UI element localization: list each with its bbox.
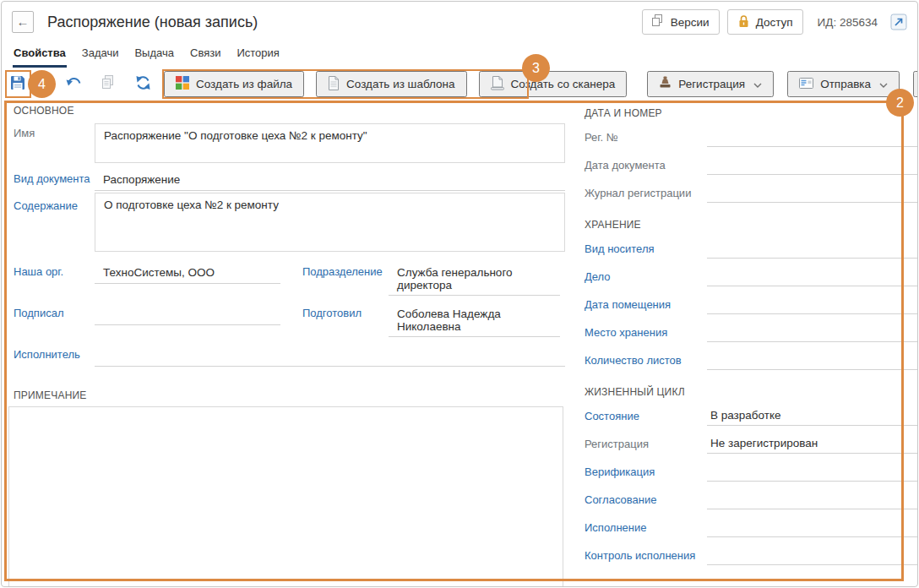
send-letter-icon xyxy=(799,78,813,91)
header: ← Распоряжение (новая запись) Версии Дос… xyxy=(2,2,917,42)
section-title-note: ПРИМЕЧАНИЕ xyxy=(8,389,565,401)
registration-dropdown[interactable]: Регистрация xyxy=(647,71,774,97)
section-title-main: ОСНОВНОЕ xyxy=(8,105,565,117)
field-label-our-org[interactable]: Наша орг. xyxy=(8,264,95,278)
media-type-field[interactable] xyxy=(707,242,918,259)
approval-field[interactable] xyxy=(707,493,918,509)
field-label-doc-date: Дата документа xyxy=(585,159,707,175)
registration-state-field[interactable]: Не зарегистрирован xyxy=(707,437,918,454)
field-label-content[interactable]: Содержание xyxy=(8,193,95,212)
signed-by-field[interactable] xyxy=(95,305,280,325)
field-label-approval[interactable]: Согласование xyxy=(585,493,707,509)
reports-dropdown[interactable]: Отчеты xyxy=(913,71,918,97)
field-label-signed-by[interactable]: Подписал xyxy=(8,305,95,319)
create-from-file-icon xyxy=(176,76,189,92)
save-icon xyxy=(10,75,25,94)
verification-field[interactable] xyxy=(707,465,918,482)
document-icon xyxy=(328,76,340,93)
field-label-state[interactable]: Состояние xyxy=(585,410,707,426)
toolbar: Создать из файла Создать из шаблона Созд… xyxy=(2,68,917,101)
reg-journal-field[interactable] xyxy=(707,186,918,203)
executor-field[interactable] xyxy=(95,346,565,367)
field-label-case-file[interactable]: Дело xyxy=(585,270,707,286)
field-label-verification[interactable]: Верификация xyxy=(585,466,707,482)
field-label-execution[interactable]: Исполнение xyxy=(585,521,707,537)
copy-button[interactable] xyxy=(101,75,115,93)
tab-links[interactable]: Связи xyxy=(189,42,221,68)
access-button[interactable]: Доступ xyxy=(727,9,803,35)
open-in-window-icon[interactable] xyxy=(890,14,907,30)
tab-issuance[interactable]: Выдача xyxy=(133,42,175,68)
versions-icon xyxy=(652,14,665,30)
state-field[interactable]: В разработке xyxy=(707,409,918,426)
doc-date-field[interactable] xyxy=(707,158,918,175)
storage-place-field[interactable] xyxy=(707,325,918,342)
field-label-doc-type[interactable]: Вид документа xyxy=(8,171,95,185)
field-label-media-type[interactable]: Вид носителя xyxy=(585,242,707,259)
field-label-executor[interactable]: Исполнитель xyxy=(8,346,95,361)
tab-properties[interactable]: Свойства xyxy=(13,42,67,68)
field-label-storage-place[interactable]: Место хранения xyxy=(585,326,707,342)
scanner-icon xyxy=(491,76,504,93)
record-id: ИД: 285634 xyxy=(818,16,878,29)
sheet-count-field[interactable] xyxy=(707,353,918,370)
lock-icon xyxy=(737,14,750,30)
stamp-icon xyxy=(659,76,672,92)
back-button[interactable]: ← xyxy=(12,11,34,33)
field-label-reg-number: Рег. № xyxy=(585,131,707,147)
field-label-reg-journal: Журнал регистрации xyxy=(585,187,707,203)
app-window: ← Распоряжение (новая запись) Версии Дос… xyxy=(1,1,918,587)
placement-date-field[interactable] xyxy=(707,297,918,314)
save-button[interactable] xyxy=(10,75,25,94)
reg-number-field[interactable] xyxy=(707,130,918,147)
page-title: Распоряжение (новая запись) xyxy=(47,14,258,31)
department-field[interactable]: Служба генерального директора xyxy=(389,264,560,296)
tab-bar: Свойства Задачи Выдача Связи История xyxy=(2,42,917,68)
case-file-field[interactable] xyxy=(707,270,918,286)
content-input[interactable]: О подготовке цеха №2 к ремонту xyxy=(95,193,565,252)
annotation-badge-3: 3 xyxy=(522,54,550,82)
field-label-name: Имя xyxy=(8,123,95,139)
undo-icon xyxy=(66,76,83,93)
create-from-scanner-button[interactable]: Создать со сканера xyxy=(479,71,628,97)
undo-button[interactable] xyxy=(66,76,83,93)
doc-type-field[interactable]: Распоряжение xyxy=(95,171,565,191)
create-from-file-button[interactable]: Создать из файла xyxy=(164,71,304,97)
field-label-sheet-count[interactable]: Количество листов xyxy=(585,354,707,370)
name-input[interactable]: Распоряжение "О подготовке цеха №2 к рем… xyxy=(95,123,565,163)
versions-button[interactable]: Версии xyxy=(642,9,720,35)
tab-tasks[interactable]: Задачи xyxy=(81,42,120,68)
create-from-template-button[interactable]: Создать из шаблона xyxy=(316,71,467,97)
refresh-icon xyxy=(135,75,151,94)
note-input[interactable] xyxy=(8,406,563,587)
chevron-down-icon xyxy=(753,78,762,90)
field-label-registration-state: Регистрация xyxy=(585,438,707,454)
field-label-placement-date[interactable]: Дата помещения xyxy=(585,298,707,314)
execution-field[interactable] xyxy=(707,520,918,537)
annotation-badge-4: 4 xyxy=(28,70,56,98)
field-label-execution-control[interactable]: Контроль исполнения xyxy=(585,549,707,565)
form-right-column: ДАТА И НОМЕР Рег. № Дата документа Журна… xyxy=(585,107,918,565)
chevron-down-icon xyxy=(879,78,888,90)
form-left-column: ОСНОВНОЕ Имя Распоряжение "О подготовке … xyxy=(8,105,565,587)
refresh-button[interactable] xyxy=(135,75,151,94)
our-org-field[interactable]: ТехноСистемы, ООО xyxy=(95,264,280,284)
prepared-by-field[interactable]: Соболева Надежда Николаевна xyxy=(389,305,560,337)
copy-icon xyxy=(101,75,115,93)
section-title-storage: ХРАНЕНИЕ xyxy=(585,219,918,231)
back-arrow-icon: ← xyxy=(17,14,30,29)
field-label-prepared-by[interactable]: Подготовил xyxy=(297,305,389,319)
tab-history[interactable]: История xyxy=(236,42,280,68)
section-title-date-number: ДАТА И НОМЕР xyxy=(585,107,918,119)
section-title-lifecycle: ЖИЗНЕННЫЙ ЦИКЛ xyxy=(585,386,918,398)
annotation-badge-2: 2 xyxy=(886,89,914,117)
sending-dropdown[interactable]: Отправка xyxy=(787,71,900,97)
field-label-department[interactable]: Подразделение xyxy=(297,264,389,278)
execution-control-field[interactable] xyxy=(707,548,918,565)
